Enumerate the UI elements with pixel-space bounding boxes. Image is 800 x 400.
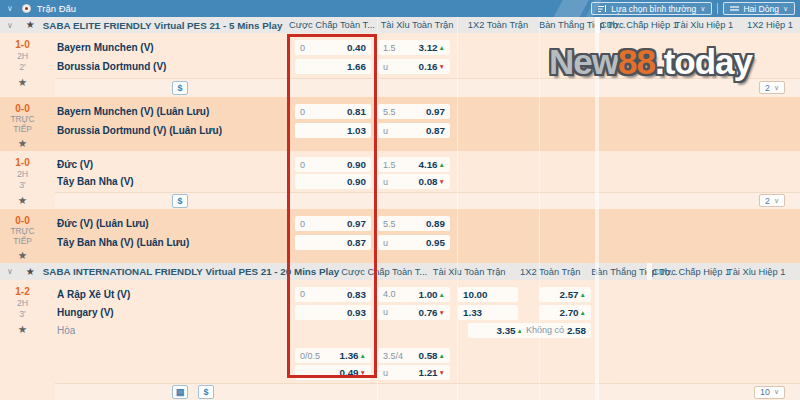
line-spacer bbox=[55, 339, 800, 347]
odds-cell-1x2-home[interactable]: 10.00 bbox=[458, 287, 518, 302]
live-badge: TIẾP bbox=[13, 237, 31, 247]
odds-value: 2.58 bbox=[567, 325, 586, 336]
line-display-label: Hai Dòng bbox=[743, 4, 778, 14]
odds-value: 0.76 bbox=[418, 307, 437, 318]
odds-up-arrow-icon: ▲ bbox=[439, 44, 445, 51]
odds-cell-under[interactable]: u0.87 bbox=[378, 123, 450, 138]
odds-cell-handicap-home[interactable]: 00.81 bbox=[295, 104, 371, 119]
favorite-star-icon[interactable]: ★ bbox=[18, 77, 27, 88]
two-lines-icon bbox=[730, 5, 739, 12]
col-header-1x2-h1: 1X2 Hiệp 1 bbox=[792, 267, 800, 277]
favorite-star-icon[interactable]: ★ bbox=[26, 267, 35, 277]
col-header-nextgoal: Bàn Thắng Tiếp Th... bbox=[591, 267, 647, 277]
away-row: Tây Ban Nha (V) (Luân Lưu) 0.87 u0.95 bbox=[55, 233, 800, 252]
second-line-home-row: 0/0.51.36▲ 3.5/40.58▲ bbox=[55, 347, 800, 364]
odds-up-arrow-icon: ▲ bbox=[439, 161, 445, 168]
line-display-select[interactable]: Hai Dòng ∨ bbox=[723, 2, 795, 15]
odds-cell-handicap-away[interactable]: 0.90 bbox=[295, 174, 371, 189]
odds-value: 2.70 bbox=[559, 307, 578, 318]
collapse-league-chevron-icon[interactable]: ∨ bbox=[7, 21, 13, 30]
bet-slip-button[interactable]: $ bbox=[198, 385, 214, 399]
favorite-star-icon[interactable]: ★ bbox=[18, 195, 27, 206]
odds-value: 0.87 bbox=[347, 237, 366, 248]
favorite-star-icon[interactable]: ★ bbox=[18, 250, 27, 261]
odds-cell-1x2-draw[interactable]: 3.35▲ bbox=[468, 323, 528, 338]
odds-value: 0.97 bbox=[347, 218, 366, 229]
bet-slip-button[interactable]: $ bbox=[172, 81, 188, 95]
odds-value: 1.03 bbox=[347, 125, 366, 136]
odds-value: 1.21 bbox=[418, 367, 437, 378]
odds-down-arrow-icon: ▼ bbox=[439, 309, 445, 316]
odds-cell-over2[interactable]: 3.5/40.58▲ bbox=[378, 348, 450, 363]
odds-cell-handicap-away[interactable]: 0.93 bbox=[295, 305, 371, 320]
page-size-select[interactable]: 2∨ bbox=[759, 194, 785, 207]
odds-value: 10.00 bbox=[463, 289, 488, 300]
odds-cell-handicap-away[interactable]: 1.03 bbox=[295, 123, 371, 138]
odds-cell-nextgoal-none[interactable]: Không có2.58 bbox=[521, 323, 591, 338]
league-title: SABA INTERNATIONAL FRIENDLY Virtual PES … bbox=[43, 266, 339, 277]
odds-cell-over[interactable]: 1.54.16▲ bbox=[378, 157, 450, 172]
page-size-select[interactable]: 10∨ bbox=[754, 386, 785, 399]
odds-cell-under[interactable]: u0.08▼ bbox=[378, 174, 450, 189]
home-row: Đức (V) (Luân Lưu) 00.97 5.50.89 bbox=[55, 214, 800, 233]
odds-cell-handicap-away[interactable]: 0.87 bbox=[295, 235, 371, 250]
col-header-overunder-h1: Tài Xỉu Hiệp 1 bbox=[668, 20, 740, 30]
odds-cell-under[interactable]: u0.16▼ bbox=[378, 59, 450, 74]
odds-cell-handicap-home[interactable]: 00.40 bbox=[295, 40, 371, 55]
favorite-star-icon[interactable]: ★ bbox=[18, 138, 27, 149]
match-meta: 1-0 2H 3' ★ bbox=[0, 151, 55, 208]
league-header-2[interactable]: ∨ ★ SABA INTERNATIONAL FRIENDLY Virtual … bbox=[0, 263, 800, 280]
col-header-1x2-ft: 1X2 Toàn Trận bbox=[509, 267, 591, 277]
page-size-value: 2 bbox=[765, 83, 770, 93]
odds-cell-handicap2-home[interactable]: 0/0.51.36▲ bbox=[295, 348, 371, 363]
odds-cell-nextgoal-away[interactable]: 2.70▲ bbox=[539, 305, 591, 320]
odds-cell-handicap-home[interactable]: 00.97 bbox=[295, 216, 371, 231]
favorite-star-icon[interactable]: ★ bbox=[26, 20, 35, 30]
handicap-line: 0 bbox=[300, 219, 305, 229]
match-period: 2H bbox=[17, 51, 28, 62]
odds-up-arrow-icon: ▲ bbox=[580, 309, 586, 316]
match-card-4: 0-0 TRỰC TIẾP ★ Đức (V) (Luân Lưu) 00.97… bbox=[0, 208, 800, 263]
odds-display-select[interactable]: Lựa chọn bình thường ∨ bbox=[591, 2, 712, 15]
handicap-line: 0 bbox=[300, 107, 305, 117]
match-minute: 3' bbox=[19, 180, 26, 191]
odds-cell-nextgoal-home[interactable]: 2.57▲ bbox=[539, 287, 591, 302]
odds-cell-over[interactable]: 4.01.00▲ bbox=[378, 287, 450, 302]
home-row: Đức (V) 00.90 1.54.16▲ bbox=[55, 156, 800, 173]
odds-cell-over[interactable]: 1.53.12▲ bbox=[378, 40, 450, 55]
page-size-select[interactable]: 2∨ bbox=[759, 81, 785, 94]
odds-down-arrow-icon: ▼ bbox=[360, 369, 366, 376]
odds-up-arrow-icon: ▲ bbox=[580, 291, 586, 298]
logo-part-88: 88 bbox=[618, 42, 655, 81]
live-badge: TIẾP bbox=[13, 125, 31, 135]
match-footer: $ 2∨ bbox=[55, 192, 800, 208]
score-badge: 1-0 bbox=[15, 38, 29, 51]
odds-cell-under[interactable]: u0.76▼ bbox=[378, 305, 450, 320]
bet-slip-button[interactable]: $ bbox=[172, 194, 188, 208]
odds-cell-handicap2-away[interactable]: 0.49▼ bbox=[295, 365, 371, 380]
odds-value: 4.16 bbox=[418, 159, 437, 170]
odds-cell-handicap-away[interactable]: 1.66 bbox=[295, 59, 371, 74]
goal-line: 5.5 bbox=[383, 107, 396, 117]
odds-value: 0.95 bbox=[426, 237, 445, 248]
odds-value: 0.81 bbox=[347, 106, 366, 117]
score-badge: 1-0 bbox=[15, 156, 29, 169]
collapse-league-chevron-icon[interactable]: ∨ bbox=[7, 267, 13, 276]
collapse-all-chevron-icon[interactable]: ∨ bbox=[7, 5, 13, 13]
col-header-handicap-h1: Cược Chấp Hiệp 1 bbox=[600, 20, 668, 30]
odds-cell-over[interactable]: 5.50.97 bbox=[378, 104, 450, 119]
odds-cell-under[interactable]: u0.95 bbox=[378, 235, 450, 250]
bet-statement-button[interactable]: ▤ bbox=[172, 385, 188, 399]
favorite-star-icon[interactable]: ★ bbox=[18, 324, 27, 335]
page-title: Trận Đấu bbox=[37, 3, 76, 14]
league-header-1[interactable]: ∨ ★ SABA ELITE FRIENDLY Virtual PES 21 -… bbox=[0, 17, 800, 33]
odds-cell-1x2-away[interactable]: 1.33 bbox=[458, 305, 518, 320]
odds-cell-handicap-home[interactable]: 00.83 bbox=[295, 287, 371, 302]
odds-cell-handicap-home[interactable]: 00.90 bbox=[295, 157, 371, 172]
odds-cell-over[interactable]: 5.50.89 bbox=[378, 216, 450, 231]
betting-board: ∨ Trận Đấu Lựa chọn bình thường ∨ Hai Dò… bbox=[0, 0, 800, 400]
odds-value: 0.83 bbox=[347, 289, 366, 300]
odds-up-arrow-icon: ▲ bbox=[439, 291, 445, 298]
odds-cell-under2[interactable]: u1.21▼ bbox=[378, 365, 450, 380]
no-goal-label: Không có bbox=[526, 325, 564, 335]
